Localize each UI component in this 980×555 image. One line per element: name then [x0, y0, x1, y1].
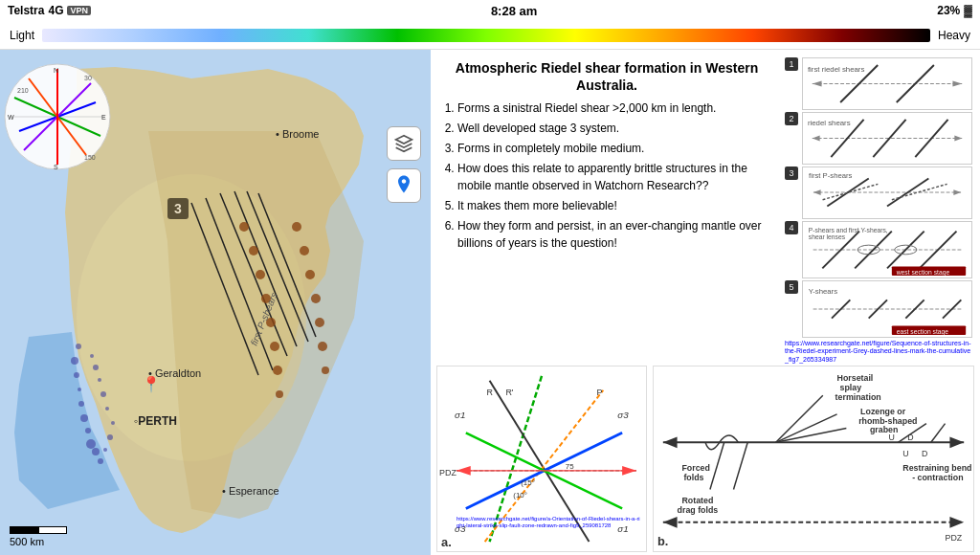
vpn-badge: VPN — [67, 6, 91, 15]
svg-point-10 — [92, 448, 100, 455]
riedel-number-5: 5 — [785, 280, 798, 294]
status-right: 23% ▓ — [937, 4, 972, 17]
svg-text:150: 150 — [84, 154, 96, 161]
svg-point-2 — [76, 344, 81, 349]
svg-text:b.: b. — [657, 535, 668, 549]
bottom-area: PDZ σ1 σ3 σ3 σ1 R' — [436, 366, 974, 552]
legend-light-label: Light — [10, 29, 34, 42]
svg-point-43 — [239, 222, 249, 232]
svg-line-73 — [873, 120, 905, 157]
svg-text:U: U — [902, 449, 908, 458]
scale-bar: 500 km — [10, 526, 67, 547]
svg-text:75: 75 — [566, 462, 574, 471]
svg-point-54 — [311, 294, 321, 303]
svg-line-81 — [823, 184, 879, 199]
point-5: It makes them more believable! — [457, 197, 771, 214]
svg-text:Y-shears: Y-shears — [809, 287, 837, 296]
svg-point-6 — [78, 401, 84, 407]
svg-point-16 — [100, 391, 106, 397]
svg-point-14 — [111, 421, 115, 425]
svg-point-53 — [305, 270, 315, 279]
svg-point-18 — [93, 365, 99, 370]
svg-text:D: D — [922, 449, 927, 458]
riedel-number-2: 2 — [785, 112, 798, 125]
svg-text:📍: 📍 — [142, 375, 161, 393]
main-container: W E N S 30 210 150 3 — [0, 50, 980, 555]
battery-icon: ▓ — [964, 4, 972, 17]
orientation-diagram: PDZ σ1 σ3 σ3 σ1 R' — [436, 366, 647, 552]
svg-text:• Esperance: • Esperance — [222, 485, 279, 497]
riedel-diagram-4: P-shears and first Y-shears, shear lense… — [802, 221, 972, 278]
svg-text:U: U — [889, 433, 895, 443]
svg-marker-75 — [954, 136, 962, 142]
svg-text:R: R — [487, 388, 494, 397]
riedel-item-3: 3 — [785, 166, 972, 219]
points-list: Forms a sinistral Riedel shear >2,000 km… — [442, 100, 771, 252]
svg-point-13 — [107, 434, 113, 440]
legend-heavy-label: Heavy — [938, 29, 970, 42]
riedel-number-3: 3 — [785, 166, 798, 180]
riedel-diagram-5: Y-shears east section stage — [802, 280, 972, 338]
svg-point-17 — [98, 378, 101, 382]
svg-text:(10°: (10° — [513, 491, 527, 500]
map-pin-icon[interactable] — [387, 168, 421, 203]
riedel-diagram-2: riedel shears — [802, 112, 972, 165]
structural-diagram: Horsetail splay termination — [653, 366, 974, 552]
svg-text:termination: termination — [835, 392, 881, 402]
svg-text:W: W — [8, 114, 14, 121]
svg-marker-76 — [813, 136, 820, 142]
status-bar: Telstra 4G VPN 8:28 am 23% ▓ — [0, 0, 980, 21]
svg-point-48 — [270, 342, 279, 351]
svg-text:first P-shears: first P-shears — [809, 171, 852, 180]
svg-text:Restraining bend: Restraining bend — [902, 463, 971, 473]
map-area[interactable]: W E N S 30 210 150 3 — [0, 50, 431, 555]
right-area: Atmospheric Riedel shear formation in We… — [431, 50, 980, 555]
svg-text:σ3: σ3 — [617, 411, 629, 421]
svg-text:- contraction: - contraction — [912, 473, 963, 482]
svg-text:◦PERTH: ◦PERTH — [134, 414, 177, 428]
svg-point-44 — [249, 246, 258, 255]
svg-text:E: E — [101, 114, 106, 121]
main-title: Atmospheric Riedel shear formation in We… — [442, 59, 771, 94]
svg-point-15 — [105, 407, 109, 411]
riedel-number-1: 1 — [785, 57, 798, 71]
right-top: Atmospheric Riedel shear formation in We… — [436, 56, 974, 366]
svg-text:PDZ: PDZ — [946, 534, 963, 544]
svg-text:R': R' — [505, 388, 513, 397]
svg-point-8 — [85, 428, 91, 433]
network-label: 4G — [48, 4, 63, 17]
svg-text:N: N — [54, 67, 58, 74]
svg-text:30: 30 — [84, 75, 92, 81]
svg-marker-68 — [952, 81, 962, 87]
riedel-item-5: 5 Y-shears — [785, 280, 972, 338]
battery-label: 23% — [937, 4, 960, 17]
map-svg: W E N S 30 210 150 3 — [0, 50, 431, 555]
svg-text:first riedel shears: first riedel shears — [808, 65, 865, 74]
riedel-item-1: 1 first riedel shears — [785, 57, 972, 110]
riedel-item-4: 4 P-shear — [785, 221, 972, 278]
map-layers-icon[interactable] — [387, 126, 421, 161]
svg-point-9 — [86, 439, 96, 449]
time-display: 8:28 am — [491, 4, 537, 18]
svg-point-55 — [315, 318, 324, 327]
svg-text:P-shears and first Y-shears,: P-shears and first Y-shears, — [809, 227, 888, 233]
svg-text:• Broome: • Broome — [276, 128, 319, 140]
svg-marker-83 — [953, 189, 961, 195]
svg-point-4 — [74, 372, 79, 378]
svg-point-45 — [256, 270, 265, 279]
svg-point-50 — [276, 390, 283, 398]
legend-bar: Light Heavy — [0, 21, 980, 50]
svg-marker-84 — [813, 189, 821, 195]
riedel-item-2: 2 riedel shears — [785, 112, 972, 165]
svg-text:Lozenge or: Lozenge or — [860, 407, 906, 416]
point-2: Well developed stage 3 system. — [457, 120, 771, 137]
svg-point-51 — [292, 222, 301, 232]
svg-point-57 — [322, 366, 329, 374]
legend-gradient — [42, 29, 930, 42]
svg-text:east section stage: east section stage — [897, 328, 949, 336]
svg-point-7 — [80, 414, 88, 422]
svg-marker-69 — [813, 81, 822, 87]
svg-point-3 — [71, 357, 78, 365]
svg-text:210: 210 — [17, 87, 29, 94]
svg-text:P: P — [596, 388, 602, 397]
